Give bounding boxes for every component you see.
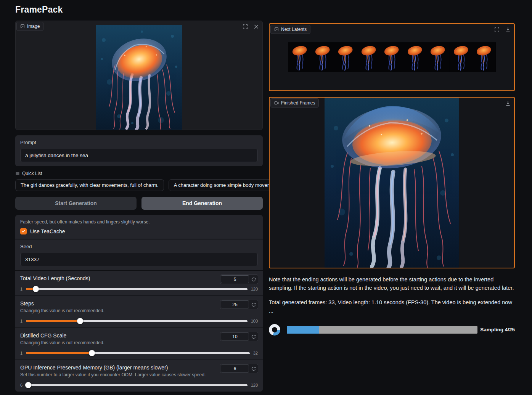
quick-list-label: Quick List bbox=[22, 171, 42, 176]
sampling-note: Note that the ending actions will be gen… bbox=[269, 275, 515, 292]
video-length-number-group: 5 bbox=[220, 275, 258, 284]
close-icon[interactable] bbox=[253, 23, 259, 30]
fullscreen-icon[interactable] bbox=[242, 23, 248, 30]
reset-icon[interactable] bbox=[249, 332, 258, 341]
slider-max: 128 bbox=[251, 383, 258, 387]
loading-spinner-icon bbox=[269, 324, 280, 336]
finished-frames-label: Finished Frames bbox=[281, 100, 315, 106]
quick-list: Quick List The girl dances gracefully, w… bbox=[15, 171, 263, 191]
checkbox-icon[interactable] bbox=[20, 228, 27, 234]
steps-number-input[interactable]: 25 bbox=[221, 300, 249, 308]
gpu-number-group: 6 bbox=[220, 364, 258, 373]
seed-label: Seed bbox=[20, 244, 258, 249]
generation-status-text: Total generated frames: 33, Video length… bbox=[269, 298, 515, 315]
slider-handle[interactable] bbox=[25, 382, 31, 388]
end-generation-button[interactable]: End Generation bbox=[141, 197, 263, 210]
slider-fill bbox=[26, 352, 92, 354]
download-icon[interactable] bbox=[505, 100, 511, 106]
teacache-label: Use TeaCache bbox=[30, 228, 65, 234]
use-teacache-checkbox[interactable]: Use TeaCache bbox=[20, 228, 258, 234]
seed-panel: Seed bbox=[15, 239, 263, 270]
slider-min: 6 bbox=[20, 383, 23, 387]
slider-min: 1 bbox=[20, 319, 23, 323]
reset-icon[interactable] bbox=[249, 364, 258, 373]
quick-list-item-1[interactable]: The girl dances gracefully, with clear m… bbox=[15, 179, 164, 191]
steps-number-group: 25 bbox=[220, 300, 258, 309]
image-label-tab: Image bbox=[16, 22, 43, 31]
page-title: FramePack bbox=[15, 5, 532, 15]
input-image-panel[interactable]: Image bbox=[15, 21, 263, 130]
latent-frame bbox=[357, 42, 380, 72]
reset-icon[interactable] bbox=[249, 275, 258, 284]
progress-bar bbox=[287, 326, 477, 334]
next-latents-label-tab: Next Latents bbox=[270, 25, 310, 34]
start-generation-button[interactable]: Start Generation bbox=[15, 197, 137, 210]
gpu-slider[interactable] bbox=[26, 384, 248, 386]
slider-min: 1 bbox=[20, 351, 23, 355]
slider-distilled-cfg-scale: 10 Distilled CFG Scale Changing this val… bbox=[15, 328, 263, 360]
slider-handle[interactable] bbox=[33, 286, 39, 292]
slider-handle[interactable] bbox=[89, 350, 95, 356]
fullscreen-icon[interactable] bbox=[493, 26, 500, 33]
latent-frame bbox=[334, 42, 357, 72]
progress-label: Sampling 4/25 bbox=[477, 327, 515, 332]
menu-icon bbox=[15, 171, 20, 176]
framepack-app: FramePack Image bbox=[0, 0, 532, 395]
cfg-number-input[interactable]: 10 bbox=[221, 332, 249, 340]
finished-frames-video[interactable] bbox=[325, 98, 459, 268]
slider-handle[interactable] bbox=[77, 318, 83, 324]
next-latents-label: Next Latents bbox=[281, 27, 307, 32]
gpu-number-input[interactable]: 6 bbox=[221, 364, 249, 373]
teacache-panel: Faster speed, but often makes hands and … bbox=[15, 215, 263, 239]
slider-max: 120 bbox=[251, 287, 258, 291]
finished-frames-label-tab: Finished Frames bbox=[270, 98, 319, 108]
latent-frame bbox=[403, 42, 426, 72]
image-icon bbox=[20, 24, 25, 29]
cfg-slider[interactable] bbox=[26, 352, 250, 354]
slider-gpu-preserved-memory: 6 GPU Inference Preserved Memory (GB) (l… bbox=[15, 360, 263, 392]
steps-slider[interactable] bbox=[26, 320, 248, 322]
slider-max: 32 bbox=[253, 351, 258, 355]
reset-icon[interactable] bbox=[249, 300, 258, 309]
latents-strip[interactable] bbox=[288, 42, 496, 72]
slider-max: 100 bbox=[251, 319, 258, 323]
latent-frame bbox=[288, 42, 311, 72]
slider-fill bbox=[26, 320, 80, 322]
video-length-number-input[interactable]: 5 bbox=[221, 275, 249, 283]
progress-row: Sampling 4/25 bbox=[269, 324, 515, 336]
slider-min: 1 bbox=[20, 287, 23, 291]
progress-fill bbox=[287, 326, 319, 334]
latent-frame bbox=[311, 42, 334, 72]
prompt-label: Prompt bbox=[20, 140, 258, 145]
input-jellyfish-image bbox=[96, 25, 182, 130]
prompt-panel: Prompt bbox=[15, 135, 263, 166]
latent-frame bbox=[473, 42, 495, 72]
video-length-slider[interactable] bbox=[26, 288, 248, 290]
slider-steps: 25 Steps Changing this value is not reco… bbox=[15, 296, 263, 328]
prompt-input[interactable] bbox=[20, 149, 258, 162]
video-icon bbox=[274, 101, 279, 105]
image-icon bbox=[274, 27, 279, 32]
next-latents-panel[interactable]: Next Latents bbox=[269, 23, 515, 91]
latent-frame bbox=[450, 42, 473, 72]
latent-frame bbox=[380, 42, 403, 72]
teacache-info: Faster speed, but often makes hands and … bbox=[20, 219, 258, 225]
image-label: Image bbox=[27, 24, 40, 29]
finished-frames-panel[interactable]: Finished Frames bbox=[269, 97, 515, 268]
download-icon[interactable] bbox=[505, 26, 511, 33]
seed-input[interactable] bbox=[20, 253, 258, 266]
slider-total-video-length: 5 Total Video Length (Seconds) 1 120 bbox=[15, 271, 263, 295]
latent-frame bbox=[426, 42, 449, 72]
cfg-number-group: 10 bbox=[220, 332, 258, 341]
